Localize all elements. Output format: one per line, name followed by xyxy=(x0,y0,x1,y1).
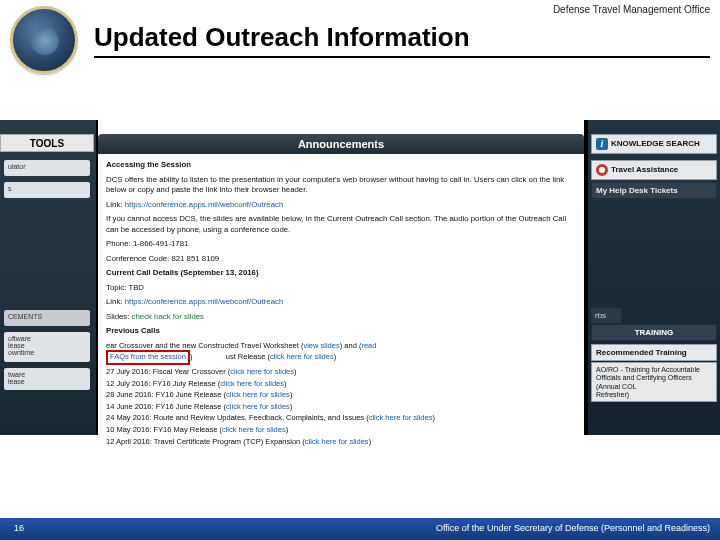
embedded-screenshot: TOOLS ulator s CEMENTS oftware lease own… xyxy=(0,120,720,435)
tools-header: TOOLS xyxy=(0,134,94,152)
left-sidebar: TOOLS ulator s CEMENTS oftware lease own… xyxy=(0,120,96,435)
left-item[interactable]: s xyxy=(4,182,90,198)
footer-text: Office of the Under Secretary of Defense… xyxy=(436,523,710,533)
training-header: TRAINING xyxy=(591,324,717,341)
prev-row: 28 June 2016: FY16 June Release (click h… xyxy=(106,390,576,400)
prev-row: 24 May 2016: Route and Review Updates, F… xyxy=(106,413,576,423)
previous-list: ear Crossover and the new Constructed Tr… xyxy=(106,341,576,447)
prev-row: 10 May 2016: FY16 May Release (click her… xyxy=(106,425,576,435)
view-slides-link[interactable]: view slides xyxy=(303,341,339,350)
phone-text: Phone: 1-866-491-1781 xyxy=(106,239,576,250)
left-item[interactable]: ulator xyxy=(4,160,90,176)
current-call-title: Current Call Details (September 13, 2016… xyxy=(106,268,259,277)
rbs-label: rbs xyxy=(591,308,621,323)
accessing-title: Accessing the Session xyxy=(106,160,191,169)
slide: Defense Travel Management Office Updated… xyxy=(0,0,720,540)
link-row: Link: https://conference.apps.mil/webcon… xyxy=(106,200,576,211)
title-divider xyxy=(94,56,710,58)
fallback-text: If you cannot access DCS, the slides are… xyxy=(106,214,576,235)
org-text: Defense Travel Management Office xyxy=(553,4,710,15)
topic-text: Topic: TBD xyxy=(106,283,576,294)
left-header-cements: CEMENTS xyxy=(4,310,90,326)
accessing-body: DCS offers the ability to listen to the … xyxy=(106,175,576,196)
cur-link-row: Link: https://conference.apps.mil/webcon… xyxy=(106,297,576,308)
slides-row: Slides: check back for slides xyxy=(106,312,576,323)
left-item[interactable]: oftware lease owntime xyxy=(4,332,90,362)
prev-row: ear Crossover and the new Constructed Tr… xyxy=(106,341,576,351)
dod-seal-icon xyxy=(10,6,78,74)
travel-assistance[interactable]: Travel Assistance xyxy=(591,160,717,180)
slides-link[interactable]: click here for slides xyxy=(270,352,334,361)
right-sidebar: iKNOWLEDGE SEARCH Travel Assistance My H… xyxy=(588,120,720,435)
recommended-training: Recommended Training xyxy=(591,344,717,361)
previous-title: Previous Calls xyxy=(106,326,160,335)
knowledge-search[interactable]: iKNOWLEDGE SEARCH xyxy=(591,134,717,154)
announcements-header: Announcements xyxy=(98,134,584,154)
slide-footer: 16 Office of the Under Secretary of Defe… xyxy=(0,518,720,540)
info-icon: i xyxy=(596,138,608,150)
announcements-body: Accessing the Session DCS offers the abi… xyxy=(98,154,584,454)
help-desk-tickets[interactable]: My Help Desk Tickets xyxy=(591,182,717,199)
page-number: 16 xyxy=(14,523,24,533)
outreach-link[interactable]: https://conference.apps.mil/webconf/Outr… xyxy=(125,200,284,209)
prev-row: 27 July 2016: Fiscal Year Crossover (cli… xyxy=(106,367,576,377)
slide-title: Updated Outreach Information xyxy=(94,22,470,53)
faq-highlight-box: FAQs from the session xyxy=(106,350,190,365)
center-panel: Announcements Accessing the Session DCS … xyxy=(98,120,584,435)
slide-header: Defense Travel Management Office Updated… xyxy=(0,0,720,82)
aoro-training[interactable]: AO/RO - Training for Accountable Officia… xyxy=(591,362,717,402)
prev-row: 12 April 2016: Travel Certificate Progra… xyxy=(106,437,576,447)
prev-row: 14 June 2016: FY16 June Release (click h… xyxy=(106,402,576,412)
prev-row: 12 July 2016: FY16 July Release (click h… xyxy=(106,379,576,389)
cur-link[interactable]: https://conference.apps.mil/webconf/Outr… xyxy=(125,297,284,306)
slides-link[interactable]: check back for slides xyxy=(132,312,204,321)
left-item[interactable]: tware lease xyxy=(4,368,90,390)
lifesaver-icon xyxy=(596,164,608,176)
faq-link[interactable]: FAQs from the session xyxy=(110,352,186,361)
prev-row-faq: FAQs from the session) ust Release (clic… xyxy=(106,352,576,365)
confcode-text: Conference Code: 821 851 8109 xyxy=(106,254,576,265)
